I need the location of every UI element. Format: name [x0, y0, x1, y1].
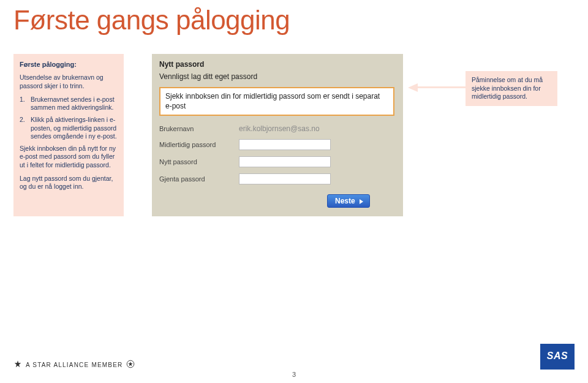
row-repeat-password: Gjenta passord: [159, 173, 394, 184]
button-row: Neste: [159, 191, 394, 208]
next-button[interactable]: Neste: [327, 194, 370, 208]
temp-password-input[interactable]: [239, 139, 331, 150]
new-password-input[interactable]: [239, 156, 331, 167]
sidebar-intro: Utsendelse av brukernavn og passord skje…: [20, 74, 118, 90]
sidebar-info-box: Første pålogging: Utsendelse av brukerna…: [13, 54, 124, 216]
password-form-panel: Nytt passord Vennligst lag ditt eget pas…: [152, 54, 403, 216]
main-content: Første pålogging: Utsendelse av brukerna…: [0, 36, 588, 216]
footer: A STAR ALLIANCE MEMBER SAS: [13, 344, 575, 370]
star-alliance-text: A STAR ALLIANCE MEMBER: [26, 362, 123, 368]
sas-logo-text: SAS: [540, 344, 575, 362]
svg-marker-0: [15, 360, 21, 367]
reminder-callout: Påminnelse om at du må sjekke innboksen …: [466, 71, 557, 106]
step-text: Brukernavnet sendes i e-post sammen med …: [31, 96, 118, 112]
panel-subtitle: Vennligst lag ditt eget passord: [159, 72, 394, 81]
label-username: Brukernavn: [159, 125, 239, 132]
label-temp-password: Midlertidig passord: [159, 141, 239, 148]
page-number: 3: [292, 371, 296, 378]
callout-arrow-icon: [408, 83, 418, 92]
star-alliance-badge: A STAR ALLIANCE MEMBER: [13, 360, 135, 370]
sas-logo: SAS: [540, 344, 575, 370]
username-value: erik.kolbjornsen@sas.no: [239, 124, 320, 133]
repeat-password-input[interactable]: [239, 173, 331, 184]
sidebar-steps: 1. Brukernavnet sendes i e-post sammen m…: [20, 96, 118, 141]
step-text: Klikk på aktiverings-linken i e-posten, …: [31, 116, 118, 141]
list-item: 1. Brukernavnet sendes i e-post sammen m…: [20, 96, 118, 112]
row-temp-password: Midlertidig passord: [159, 139, 394, 150]
step-number: 1.: [20, 96, 31, 112]
sidebar-para: Sjekk innboksen din på nytt for ny e-pos…: [20, 145, 118, 170]
row-username: Brukernavn erik.kolbjornsen@sas.no: [159, 124, 394, 133]
star-alliance-icon: [13, 360, 22, 370]
svg-marker-2: [129, 362, 134, 366]
sidebar-para: Lag nytt passord som du gjentar, og du e…: [20, 175, 118, 191]
list-item: 2. Klikk på aktiverings-linken i e-poste…: [20, 116, 118, 141]
page-title: Første gangs pålogging: [0, 0, 588, 36]
star-badge-icon: [126, 360, 135, 370]
step-number: 2.: [20, 116, 31, 141]
label-new-password: Nytt passord: [159, 158, 239, 165]
inbox-notice: Sjekk innboksen din for midlertidig pass…: [159, 87, 394, 116]
label-repeat-password: Gjenta passord: [159, 175, 239, 183]
callout-connector: [418, 86, 466, 88]
next-button-label: Neste: [335, 197, 355, 205]
sidebar-heading: Første pålogging:: [20, 60, 118, 69]
arrow-right-icon: [360, 199, 363, 204]
row-new-password: Nytt passord: [159, 156, 394, 167]
panel-title: Nytt passord: [159, 60, 394, 69]
